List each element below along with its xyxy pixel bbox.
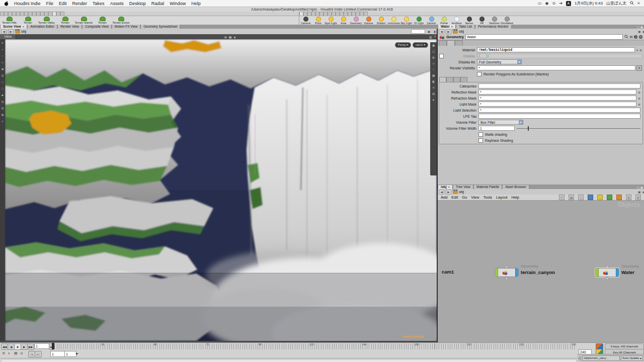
shelf-tab[interactable] bbox=[356, 12, 360, 16]
go-start-button[interactable]: ◀◀ bbox=[1, 343, 8, 350]
shelf-tab[interactable] bbox=[32, 12, 36, 16]
shelf-tab[interactable] bbox=[56, 12, 60, 16]
shelf-tab[interactable] bbox=[8, 12, 12, 16]
select-mode-icon[interactable]: ◈ bbox=[232, 35, 237, 39]
shelf-tab[interactable] bbox=[303, 12, 307, 16]
scale-tool-icon[interactable]: ◇ bbox=[2, 61, 4, 64]
node-terrain-canyon[interactable] bbox=[495, 268, 519, 277]
param-tab[interactable] bbox=[455, 40, 463, 46]
current-op-path-field[interactable]: /obj/terrain_cany... bbox=[582, 355, 620, 361]
shelf-tool[interactable]: Spot Light bbox=[325, 17, 337, 25]
pane-corner-icons[interactable]: ▢ ◉ bbox=[636, 186, 644, 189]
network-menu-item[interactable]: Help bbox=[511, 195, 519, 200]
menubar-item[interactable]: File bbox=[46, 1, 54, 6]
pane-tab[interactable]: Geometry Spreadsheet bbox=[140, 25, 180, 29]
render-flag[interactable] bbox=[515, 268, 518, 277]
shelf-tool[interactable]: Point Light bbox=[312, 17, 325, 25]
sub-tab[interactable] bbox=[460, 77, 467, 82]
menubar-date[interactable]: 1月9日(水) 9:43 bbox=[575, 1, 603, 6]
render-flag[interactable] bbox=[616, 268, 619, 277]
menubar-item[interactable]: Render bbox=[72, 1, 88, 6]
shelf-tab[interactable] bbox=[307, 12, 311, 16]
network-canvas[interactable]: Objects cam1 Geometry terrain_canyon Geo… bbox=[438, 201, 644, 342]
lighting-icon[interactable]: ☼ bbox=[432, 68, 435, 71]
material-menu-icon[interactable]: ▾ bbox=[636, 48, 638, 52]
menubar-item[interactable]: Radial bbox=[151, 1, 165, 6]
help-icon[interactable]: ? bbox=[639, 35, 642, 39]
mask-icon[interactable]: ◧ bbox=[432, 80, 435, 83]
stop-button[interactable]: ■ bbox=[14, 343, 21, 350]
view-tab[interactable]: View bbox=[0, 34, 16, 39]
pose-tool-icon[interactable]: ▤ bbox=[2, 74, 4, 77]
search-icon[interactable] bbox=[624, 35, 628, 40]
snapshot-icon[interactable] bbox=[616, 195, 622, 200]
path-chip[interactable]: obj bbox=[453, 190, 464, 194]
shelf-tool[interactable]: Ambient Light bbox=[450, 17, 463, 25]
pin-icon[interactable]: ▣ bbox=[638, 190, 641, 194]
sub-tab[interactable] bbox=[446, 77, 453, 82]
playhead[interactable] bbox=[52, 343, 54, 349]
pane-corner-icons[interactable]: ▢ ◉ bbox=[636, 25, 644, 29]
shelf-tool[interactable]: Portal Light bbox=[438, 17, 450, 25]
path-chip[interactable]: obj bbox=[15, 29, 26, 34]
shelf-tool[interactable]: Terrain Moonscape bbox=[56, 17, 74, 25]
shelf-tab[interactable] bbox=[348, 12, 352, 16]
pane-tab[interactable]: Water bbox=[438, 25, 456, 29]
help-icon[interactable]: ? bbox=[433, 35, 437, 38]
shelf-tool[interactable]: Switcher bbox=[488, 17, 501, 25]
reflection-chooser-icon[interactable]: ⊕ bbox=[638, 90, 640, 94]
back-icon[interactable]: ◀ bbox=[439, 190, 444, 195]
play-button[interactable]: ▶ bbox=[21, 343, 28, 350]
shelf-tab[interactable] bbox=[352, 12, 356, 16]
raytrace-checkbox[interactable] bbox=[478, 138, 483, 143]
scroll-icon[interactable]: ▲ bbox=[432, 98, 435, 101]
shelf-tool[interactable]: VR Camera bbox=[475, 17, 488, 25]
step-back-button[interactable]: ◀ bbox=[8, 343, 15, 350]
pane-tab[interactable]: Render View bbox=[57, 25, 82, 29]
shelf-tab[interactable] bbox=[48, 12, 52, 16]
shelf-tab[interactable] bbox=[28, 12, 32, 16]
back-icon[interactable]: ◀ bbox=[439, 29, 444, 34]
matte-checkbox[interactable] bbox=[478, 132, 483, 137]
shelf-tool[interactable]: Terrain Valley bbox=[37, 17, 56, 25]
cut-icon[interactable]: ✂ bbox=[559, 195, 565, 200]
snap-icon[interactable]: ⊞ bbox=[223, 35, 228, 39]
forward-icon[interactable]: ▶ bbox=[446, 190, 451, 195]
network-menu-item[interactable]: Layout bbox=[496, 195, 508, 200]
volume-filter-width-slider[interactable] bbox=[517, 126, 640, 131]
key-tool-icon[interactable]: ◆ bbox=[2, 94, 4, 97]
render-visibility-field[interactable]: * bbox=[477, 65, 635, 70]
move-tool-icon[interactable]: + bbox=[2, 48, 4, 51]
volume-filter-dropdown[interactable]: Box Filter▼ bbox=[478, 120, 523, 125]
go-end-button[interactable]: ▶▶ bbox=[27, 343, 34, 350]
light-chooser-icon[interactable]: ⊕ bbox=[638, 103, 640, 106]
shelf-tab[interactable] bbox=[311, 12, 315, 16]
menubar-item[interactable]: Assets bbox=[110, 1, 124, 6]
node-name-label[interactable]: terrain_canyon bbox=[521, 269, 555, 275]
light-mask-field[interactable]: * bbox=[478, 102, 636, 107]
info-icon[interactable]: i bbox=[634, 35, 637, 39]
flipbook-small-icon[interactable]: ▤ bbox=[14, 351, 18, 355]
audio-icon[interactable]: ◐ bbox=[8, 351, 10, 355]
shelf-tab[interactable] bbox=[340, 12, 344, 16]
shelf-tool[interactable]: GI Light bbox=[413, 17, 425, 25]
camera-lock-icon[interactable]: ▣ bbox=[432, 44, 435, 47]
eye-icon[interactable]: ◉ bbox=[545, 1, 549, 6]
pin-icon[interactable]: ▣ bbox=[427, 30, 432, 33]
material-chooser-icon[interactable]: ⊕ bbox=[639, 48, 642, 52]
shelf-tool[interactable]: Sky Light bbox=[400, 17, 413, 25]
menubar-item[interactable]: Desktop bbox=[129, 1, 146, 6]
grid-tool-icon[interactable]: ▦ bbox=[2, 113, 4, 116]
node-water[interactable] bbox=[595, 268, 619, 277]
snap-tool-icon[interactable]: ▢ bbox=[2, 87, 4, 90]
viewport-3d[interactable]: ► + ○ ◇ ▣ ▤ □ ▢ ◆ ▥ ▧ ▦ ≡ ▣ ▢ ◍ ◇ ☼ ▦ ◧ … bbox=[0, 39, 437, 341]
visibility-menu-icon[interactable]: ▼ bbox=[636, 65, 642, 71]
lpe-tag-field[interactable] bbox=[478, 114, 640, 119]
menubar-item[interactable]: Houdini Indie bbox=[14, 1, 41, 6]
houdini-help-icon[interactable]: H bbox=[630, 35, 632, 39]
arrow-icon[interactable]: ➔ bbox=[559, 1, 562, 6]
clock-icon[interactable]: ⊙ bbox=[552, 1, 556, 6]
spotlight-search-icon[interactable] bbox=[630, 1, 634, 6]
shelf-tool[interactable]: Caustic Light bbox=[425, 17, 438, 25]
expand-icon[interactable]: ⊡ bbox=[635, 195, 641, 200]
